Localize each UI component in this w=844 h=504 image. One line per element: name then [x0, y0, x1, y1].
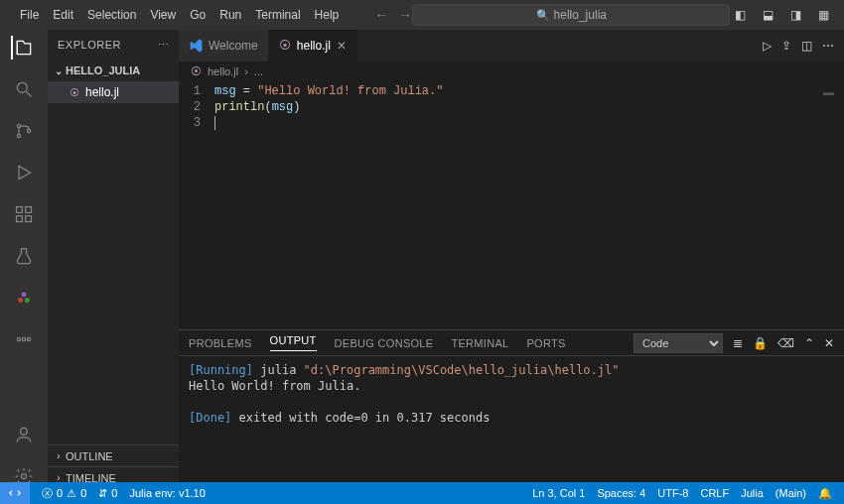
line-no-2: 2	[179, 99, 209, 115]
status-ln-col[interactable]: Ln 3, Col 1	[526, 487, 591, 499]
chevron-down-icon: ⌄	[52, 65, 66, 76]
status-julia-env[interactable]: Julia env: v1.10	[123, 487, 211, 499]
text-cursor	[214, 116, 215, 130]
menu-help[interactable]: Help	[309, 0, 346, 30]
output-path: "d:\Programming\VSCode\hello_julia\hello…	[304, 363, 620, 377]
vscode-icon	[189, 39, 203, 53]
code-editor[interactable]: 1 2 3 msg = "Hello World! from Julia." p…	[179, 81, 844, 329]
outline-section[interactable]: › OUTLINE	[48, 444, 179, 466]
tabs-row: Welcome ⦿ hello.jl ✕ ▷ ⇪ ◫ ⋯	[179, 30, 844, 62]
close-icon[interactable]: ✕	[337, 39, 347, 53]
menu-terminal[interactable]: Terminal	[249, 0, 306, 30]
panel-tab-problems[interactable]: PROBLEMS	[189, 337, 252, 349]
output-blank	[189, 394, 834, 410]
breadcrumb-file: hello.jl	[208, 65, 238, 77]
share-icon[interactable]: ⇪	[781, 39, 791, 53]
ab-run-debug-icon[interactable]	[12, 161, 36, 185]
menu-view[interactable]: View	[144, 0, 182, 30]
editor-group: Welcome ⦿ hello.jl ✕ ▷ ⇪ ◫ ⋯ ⦿ hello.jl …	[179, 30, 844, 488]
breadcrumb[interactable]: ⦿ hello.jl › ...	[179, 62, 844, 81]
ab-extensions-icon[interactable]	[12, 202, 36, 226]
token-var: msg	[214, 84, 236, 98]
filter-icon[interactable]: ≣	[733, 336, 743, 350]
menu-edit[interactable]: Edit	[47, 0, 79, 30]
command-center[interactable]: 🔍 hello_julia	[412, 4, 730, 26]
folder-section[interactable]: ⌄ HELLO_JULIA	[48, 60, 179, 81]
sidebar: EXPLORER ⋯ ⌄ HELLO_JULIA ⦿ hello.jl › OU…	[48, 30, 179, 488]
remote-indicator[interactable]	[0, 482, 30, 504]
panel-tab-output[interactable]: OUTPUT	[270, 334, 317, 351]
output-body[interactable]: [Running] julia "d:\Programming\VSCode\h…	[179, 356, 844, 488]
code-line-2: println(msg)	[214, 99, 844, 115]
token-op: =	[236, 84, 258, 98]
layout-sidebar-left-icon[interactable]: ◧	[730, 8, 750, 22]
ports-icon: ⇵	[98, 487, 107, 500]
svg-point-10	[18, 298, 23, 303]
output-line-running: [Running] julia "d:\Programming\VSCode\h…	[189, 362, 834, 378]
svg-point-16	[21, 428, 28, 435]
maximize-panel-icon[interactable]: ⌃	[804, 336, 814, 350]
split-editor-icon[interactable]: ◫	[801, 39, 812, 53]
nav-back-icon[interactable]: ←	[374, 7, 388, 23]
svg-point-4	[27, 129, 30, 132]
run-icon[interactable]: ▷	[763, 39, 772, 53]
status-bar: ⓧ0 ⚠0 ⇵0 Julia env: v1.10 Ln 3, Col 1 Sp…	[0, 482, 844, 504]
ab-extra-icon[interactable]	[12, 327, 36, 351]
panel-tab-debug[interactable]: DEBUG CONSOLE	[335, 337, 434, 349]
output-cmd: julia	[253, 363, 304, 377]
minimap[interactable]: ▂▂	[823, 83, 834, 99]
ab-explorer-icon[interactable]	[11, 36, 35, 60]
code-line-1: msg = "Hello World! from Julia."	[214, 83, 844, 99]
sidebar-more-icon[interactable]: ⋯	[158, 39, 170, 52]
panel-tab-terminal[interactable]: TERMINAL	[451, 337, 508, 349]
code-lines: msg = "Hello World! from Julia." println…	[214, 83, 844, 131]
julia-file-icon: ⦿	[191, 65, 202, 77]
tab-welcome[interactable]: Welcome	[179, 30, 269, 62]
output-rest: exited with code=0 in 0.317 seconds	[231, 411, 490, 425]
menu-run[interactable]: Run	[213, 0, 247, 30]
status-ports[interactable]: ⇵0	[92, 487, 123, 500]
menu-selection[interactable]: Selection	[81, 0, 142, 30]
ab-testing-icon[interactable]	[12, 244, 36, 268]
lock-icon[interactable]: 🔒	[753, 336, 768, 350]
status-branch[interactable]: (Main)	[770, 487, 812, 499]
ab-julia-icon[interactable]	[12, 286, 36, 310]
svg-line-1	[27, 92, 32, 97]
breadcrumb-tail: ...	[254, 65, 263, 77]
status-notifications-icon[interactable]: 🔔	[812, 487, 838, 500]
titlebar-right: ◧ ⬓ ◨ ▦ — ❐ ✕	[730, 0, 844, 30]
clear-output-icon[interactable]: ⌫	[777, 336, 794, 350]
tab-hello-jl[interactable]: ⦿ hello.jl ✕	[269, 30, 357, 62]
ab-source-control-icon[interactable]	[12, 119, 36, 143]
token-paren: (	[264, 100, 271, 114]
julia-file-icon: ⦿	[70, 87, 79, 98]
output-line-done: [Done] exited with code=0 in 0.317 secon…	[189, 410, 834, 426]
nav-arrows: ← →	[374, 7, 412, 23]
ab-accounts-icon[interactable]	[12, 423, 36, 446]
panel-tab-ports[interactable]: PORTS	[526, 337, 565, 349]
status-warnings-count: 0	[80, 487, 86, 499]
token-var: msg	[272, 100, 294, 114]
status-errors[interactable]: ⓧ0 ⚠0	[36, 486, 92, 501]
layout-panel-icon[interactable]: ⬓	[758, 8, 777, 22]
status-ports-count: 0	[111, 487, 117, 499]
menu-go[interactable]: Go	[184, 0, 211, 30]
file-hello-jl[interactable]: ⦿ hello.jl	[48, 81, 179, 103]
svg-point-0	[17, 82, 27, 92]
ab-search-icon[interactable]	[12, 77, 36, 101]
token-string: "Hello World! from Julia."	[257, 84, 443, 98]
status-eol[interactable]: CRLF	[694, 487, 735, 499]
line-gutter: 1 2 3	[179, 83, 209, 131]
nav-forward-icon[interactable]: →	[398, 7, 412, 23]
status-encoding[interactable]: UTF-8	[651, 487, 694, 499]
status-language[interactable]: Julia	[735, 487, 770, 499]
status-spaces[interactable]: Spaces: 4	[591, 487, 651, 499]
layout-sidebar-right-icon[interactable]: ◨	[785, 8, 805, 22]
svg-point-12	[22, 292, 27, 297]
customize-layout-icon[interactable]: ▦	[813, 8, 833, 22]
menu-file[interactable]: File	[14, 0, 45, 30]
more-actions-icon[interactable]: ⋯	[822, 39, 834, 53]
output-channel-select[interactable]: Code	[633, 333, 723, 353]
search-icon: 🔍	[536, 9, 550, 22]
close-panel-icon[interactable]: ✕	[824, 336, 834, 350]
